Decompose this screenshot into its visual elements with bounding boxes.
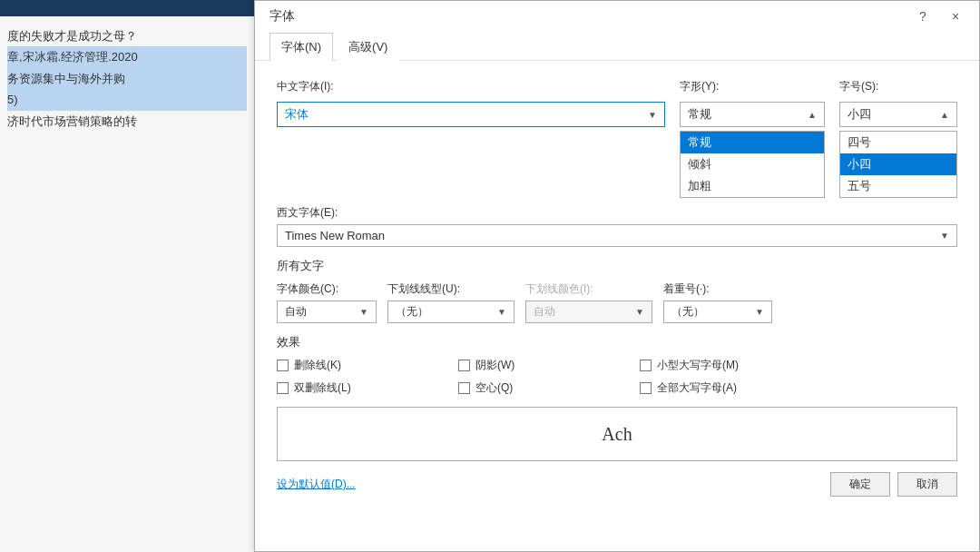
tab-font[interactable]: 字体(N) xyxy=(270,33,333,61)
emphasis-label: 着重号(·): xyxy=(663,281,772,297)
tab-advanced[interactable]: 高级(V) xyxy=(337,33,399,61)
underline-color-group: 下划线颜色(I): 自动 ▼ xyxy=(525,281,652,323)
checkbox-all-caps-box[interactable] xyxy=(640,382,652,394)
font-style-input-group: 常规 ▲ 常规 倾斜 加粗 xyxy=(680,102,825,198)
font-size-option-0[interactable]: 四号 xyxy=(840,132,956,153)
font-style-arrow: ▲ xyxy=(808,110,817,120)
bottom-buttons: 确定 取消 xyxy=(830,472,957,497)
checkbox-double-strikethrough-box[interactable] xyxy=(277,382,289,394)
cancel-button[interactable]: 取消 xyxy=(897,472,957,497)
checkbox-shadow: 阴影(W) xyxy=(458,358,640,373)
font-size-group-label: 字号(S): xyxy=(839,79,957,94)
font-color-value: 自动 xyxy=(285,304,356,320)
font-size-label: 字号(S): xyxy=(839,79,957,94)
bg-line-1: 度的失败才是成功之母？ xyxy=(7,25,247,46)
effects-section: 效果 删除线(K) 阴影(W) 小型大写字母(M) xyxy=(277,334,957,396)
font-size-value: 小四 xyxy=(848,106,936,123)
font-style-option-2[interactable]: 加粗 xyxy=(681,175,824,197)
emphasis-group: 着重号(·): （无） ▼ xyxy=(663,281,772,323)
chinese-font-label: 中文字体(I): xyxy=(277,79,665,94)
all-text-title: 所有文字 xyxy=(277,258,957,274)
checkbox-strikethrough-box[interactable] xyxy=(277,360,289,371)
checkbox-shadow-label: 阴影(W) xyxy=(475,358,514,373)
preview-text: Ach xyxy=(602,424,632,445)
font-style-dropdown: 常规 倾斜 加粗 xyxy=(680,131,825,198)
western-font-row: 西文字体(E): Times New Roman ▼ xyxy=(277,205,957,247)
font-size-dropdown: 四号 小四 五号 xyxy=(839,131,957,198)
underline-color-label: 下划线颜色(I): xyxy=(525,281,652,297)
checkbox-all-caps: 全部大写字母(A) xyxy=(640,380,839,396)
preview-section: Ach xyxy=(277,407,957,461)
underline-style-select[interactable]: （无） ▼ xyxy=(387,301,514,323)
emphasis-select[interactable]: （无） ▼ xyxy=(663,301,772,323)
western-font-input[interactable]: Times New Roman ▼ xyxy=(277,224,957,247)
font-size-input-group: 小四 ▲ 四号 小四 五号 xyxy=(839,102,957,198)
font-inputs-row: 宋体 ▼ 常规 ▲ 常规 倾斜 加粗 xyxy=(277,102,957,198)
chinese-font-input[interactable]: 宋体 ▼ xyxy=(277,102,665,127)
font-color-group: 字体颜色(C): 自动 ▼ xyxy=(277,281,377,323)
bg-line-5: 济时代市场营销策略的转 xyxy=(7,111,247,132)
western-font-group: 西文字体(E): Times New Roman ▼ xyxy=(277,205,957,247)
close-button[interactable]: × xyxy=(946,9,965,24)
checkbox-strikethrough: 删除线(K) xyxy=(277,358,458,373)
font-color-arrow: ▼ xyxy=(359,307,368,317)
effects-row-1: 删除线(K) 阴影(W) 小型大写字母(M) xyxy=(277,358,957,373)
font-size-option-1[interactable]: 小四 xyxy=(840,153,956,175)
emphasis-value: （无） xyxy=(671,304,751,320)
effects-title: 效果 xyxy=(277,334,957,350)
set-default-link[interactable]: 设为默认值(D)... xyxy=(277,477,356,492)
document-text: 度的失败才是成功之母？ 章,宋冰霜.经济管理.2020 务资源集中与海外并购 5… xyxy=(0,16,254,141)
underline-color-value: 自动 xyxy=(534,304,632,320)
underline-style-value: （无） xyxy=(396,304,494,320)
font-size-list: 四号 小四 五号 xyxy=(840,132,956,197)
underline-style-arrow: ▼ xyxy=(497,307,506,317)
font-dialog: 字体 ? × 字体(N) 高级(V) 中文字体(I): 字形(Y): 字号(S)… xyxy=(254,0,980,552)
font-style-option-1[interactable]: 倾斜 xyxy=(681,153,824,175)
font-style-value: 常规 xyxy=(688,106,804,123)
dialog-bottom: 设为默认值(D)... 确定 取消 xyxy=(255,461,979,508)
font-style-input[interactable]: 常规 ▲ xyxy=(680,102,825,127)
chinese-font-input-group: 宋体 ▼ xyxy=(277,102,665,198)
all-text-section: 所有文字 字体颜色(C): 自动 ▼ 下划线线型(U): （无） ▼ xyxy=(277,258,957,323)
dialog-title: 字体 xyxy=(270,8,295,25)
dialog-titlebar: 字体 ? × xyxy=(255,1,979,32)
western-font-arrow: ▼ xyxy=(940,231,949,241)
dialog-controls: ? × xyxy=(914,9,965,24)
western-font-label: 西文字体(E): xyxy=(277,205,957,221)
background-document: 度的失败才是成功之母？ 章,宋冰霜.经济管理.2020 务资源集中与海外并购 5… xyxy=(0,0,254,552)
font-style-label: 字形(Y): xyxy=(680,79,825,94)
ok-button[interactable]: 确定 xyxy=(830,472,890,497)
bg-line-4: 5) xyxy=(7,89,247,110)
font-style-option-0[interactable]: 常规 xyxy=(681,132,824,153)
font-size-option-2[interactable]: 五号 xyxy=(840,175,956,197)
checkbox-shadow-box[interactable] xyxy=(458,360,470,371)
dialog-tabs: 字体(N) 高级(V) xyxy=(255,32,979,61)
font-style-group-label: 字形(Y): xyxy=(680,79,825,94)
chinese-font-arrow: ▼ xyxy=(648,110,657,120)
chinese-font-group: 中文字体(I): xyxy=(277,79,665,94)
chinese-font-value: 宋体 xyxy=(285,106,644,123)
dialog-body: 中文字体(I): 字形(Y): 字号(S): 宋体 ▼ 常规 xyxy=(255,79,979,461)
underline-color-arrow: ▼ xyxy=(635,307,644,317)
underline-style-group: 下划线线型(U): （无） ▼ xyxy=(387,281,514,323)
font-color-label: 字体颜色(C): xyxy=(277,281,377,297)
font-style-list: 常规 倾斜 加粗 xyxy=(681,132,824,197)
checkbox-outline-label: 空心(Q) xyxy=(475,380,513,396)
font-size-input[interactable]: 小四 ▲ xyxy=(839,102,957,127)
bg-line-2: 章,宋冰霜.经济管理.2020 xyxy=(7,46,247,67)
checkbox-outline-box[interactable] xyxy=(458,382,470,394)
help-button[interactable]: ? xyxy=(914,9,932,24)
checkbox-strikethrough-label: 删除线(K) xyxy=(294,358,341,373)
emphasis-arrow: ▼ xyxy=(755,307,764,317)
checkbox-small-caps-label: 小型大写字母(M) xyxy=(657,358,739,373)
checkbox-all-caps-label: 全部大写字母(A) xyxy=(657,380,737,396)
font-color-select[interactable]: 自动 ▼ xyxy=(277,301,377,323)
font-labels-row: 中文字体(I): 字形(Y): 字号(S): xyxy=(277,79,957,94)
document-topbar xyxy=(0,0,254,16)
checkbox-double-strikethrough-label: 双删除线(L) xyxy=(294,380,351,396)
effects-row-2: 双删除线(L) 空心(Q) 全部大写字母(A) xyxy=(277,380,957,396)
checkbox-outline: 空心(Q) xyxy=(458,380,640,396)
checkbox-small-caps-box[interactable] xyxy=(640,360,652,371)
checkbox-small-caps: 小型大写字母(M) xyxy=(640,358,839,373)
font-size-arrow: ▲ xyxy=(940,110,949,120)
